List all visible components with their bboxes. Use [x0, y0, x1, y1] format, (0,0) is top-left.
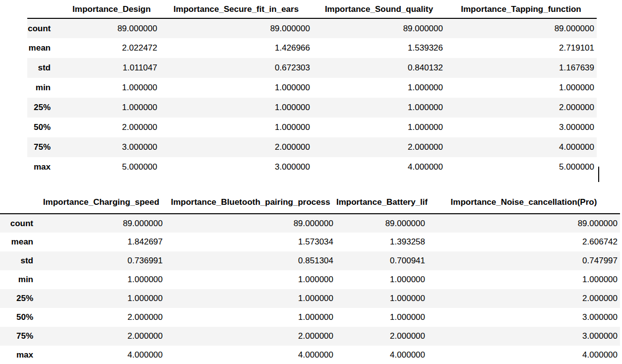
row-label: 25% [0, 289, 37, 308]
value-cell: 1.393258 [336, 233, 428, 251]
value-cell: 2.606742 [428, 233, 620, 251]
value-cell: 4.000000 [37, 346, 165, 364]
value-cell: 1.000000 [160, 78, 312, 98]
value-cell: 0.736991 [37, 251, 165, 270]
value-cell: 1.000000 [37, 289, 165, 308]
value-cell: 1.000000 [37, 270, 165, 289]
table-row: 25%1.0000001.0000001.0000002.000000 [0, 289, 620, 308]
value-cell: 89.000000 [428, 214, 620, 233]
value-cell: 1.000000 [445, 78, 597, 98]
value-cell: 1.000000 [336, 270, 428, 289]
value-cell: 2.000000 [165, 327, 336, 346]
table-body: count89.00000089.00000089.00000089.00000… [27, 18, 597, 177]
value-cell: 2.022472 [63, 38, 160, 58]
value-cell: 89.000000 [160, 18, 312, 38]
value-cell: 1.000000 [428, 270, 620, 289]
describe-table-importance-bottom: Importance_Charging_speedImportance_Blue… [0, 191, 620, 364]
header-row: Importance_DesignImportance_Secure_fit_i… [27, 1, 597, 18]
table-row: max4.0000004.0000004.0000004.000000 [0, 346, 620, 364]
value-cell: 1.000000 [160, 118, 312, 137]
value-cell: 89.000000 [312, 18, 445, 38]
row-label: max [0, 346, 37, 364]
value-cell: 4.000000 [165, 346, 336, 364]
value-cell: 4.000000 [336, 346, 428, 364]
value-cell: 3.000000 [63, 137, 160, 157]
value-cell: 5.000000 [445, 157, 597, 177]
value-cell: 2.000000 [63, 118, 160, 137]
value-cell: 0.672303 [160, 58, 312, 78]
value-cell: 89.000000 [336, 214, 428, 233]
value-cell: 1.000000 [160, 98, 312, 118]
value-cell: 2.000000 [428, 289, 620, 308]
row-label: mean [0, 233, 37, 251]
value-cell: 0.851304 [165, 251, 336, 270]
value-cell: 4.000000 [445, 137, 597, 157]
value-cell: 1.000000 [165, 308, 336, 327]
value-cell: 2.719101 [445, 38, 597, 58]
value-cell: 2.000000 [37, 327, 165, 346]
row-label: std [0, 251, 37, 270]
value-cell: 1.000000 [336, 289, 428, 308]
value-cell: 1.000000 [312, 98, 445, 118]
value-cell: 1.167639 [445, 58, 597, 78]
column-header: Importance_Charging_speed [37, 191, 165, 214]
table-header-row: Importance_Charging_speedImportance_Blue… [0, 191, 620, 214]
value-cell: 1.011047 [63, 58, 160, 78]
value-cell: 5.000000 [63, 157, 160, 177]
value-cell: 1.842697 [37, 233, 165, 251]
table-row: min1.0000001.0000001.0000001.000000 [27, 78, 597, 98]
table-row: count89.00000089.00000089.00000089.00000… [0, 214, 620, 233]
value-cell: 1.000000 [165, 270, 336, 289]
row-label: mean [27, 38, 63, 58]
value-cell: 1.000000 [63, 98, 160, 118]
value-cell: 4.000000 [428, 346, 620, 364]
row-label: min [0, 270, 37, 289]
header-row: Importance_Charging_speedImportance_Blue… [0, 191, 620, 214]
value-cell: 2.000000 [312, 137, 445, 157]
value-cell: 89.000000 [63, 18, 160, 38]
column-header: Importance_Noise_cancellation(Pro) [428, 191, 620, 214]
value-cell: 3.000000 [428, 308, 620, 327]
index-corner-cell [27, 1, 63, 18]
value-cell: 3.000000 [445, 118, 597, 137]
table-row: std1.0110470.6723030.8401321.167639 [27, 58, 597, 78]
table-row: 75%3.0000002.0000002.0000004.000000 [27, 137, 597, 157]
value-cell: 89.000000 [165, 214, 336, 233]
value-cell: 2.000000 [37, 308, 165, 327]
value-cell: 4.000000 [312, 157, 445, 177]
text-cursor [598, 167, 599, 182]
index-corner-cell [0, 191, 37, 214]
value-cell: 0.700941 [336, 251, 428, 270]
table-row: min1.0000001.0000001.0000001.000000 [0, 270, 620, 289]
row-label: 75% [0, 327, 37, 346]
table-row: max5.0000003.0000004.0000005.000000 [27, 157, 597, 177]
value-cell: 1.000000 [312, 118, 445, 137]
value-cell: 0.747997 [428, 251, 620, 270]
table-body: count89.00000089.00000089.00000089.00000… [0, 214, 620, 364]
value-cell: 1.000000 [63, 78, 160, 98]
value-cell: 1.000000 [165, 289, 336, 308]
value-cell: 2.000000 [336, 327, 428, 346]
row-label: 25% [27, 98, 63, 118]
table-row: count89.00000089.00000089.00000089.00000… [27, 18, 597, 38]
value-cell: 89.000000 [37, 214, 165, 233]
table-row: mean2.0224721.4269661.5393262.719101 [27, 38, 597, 58]
row-label: count [27, 18, 63, 38]
row-label: count [0, 214, 37, 233]
column-header: Importance_Bluetooth_pairing_process [165, 191, 336, 214]
row-label: min [27, 78, 63, 98]
row-label: std [27, 58, 63, 78]
column-header: Importance_Design [63, 1, 160, 18]
table-row: 50%2.0000001.0000001.0000003.000000 [0, 308, 620, 327]
value-cell: 2.000000 [160, 137, 312, 157]
row-label: 75% [27, 137, 63, 157]
table-row: 50%2.0000001.0000001.0000003.000000 [27, 118, 597, 137]
column-header: Importance_Sound_quality [312, 1, 445, 18]
column-header: Importance_Battery_life [336, 191, 428, 214]
value-cell: 1.000000 [312, 78, 445, 98]
describe-table-importance-top: Importance_DesignImportance_Secure_fit_i… [27, 1, 597, 177]
column-header: Importance_Tapping_function [445, 1, 597, 18]
table-row: mean1.8426971.5730341.3932582.606742 [0, 233, 620, 251]
row-label: 50% [27, 118, 63, 137]
table-row: 25%1.0000001.0000001.0000002.000000 [27, 98, 597, 118]
